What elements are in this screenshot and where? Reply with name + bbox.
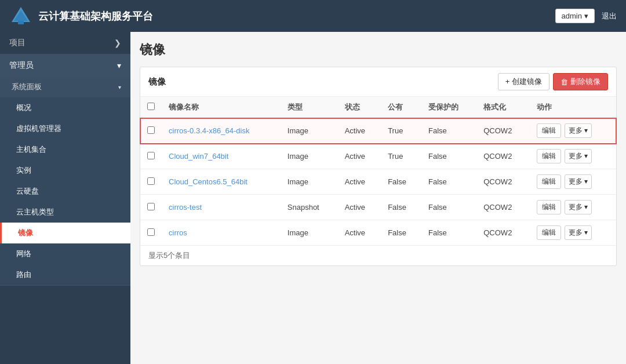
row-public: False <box>381 169 421 195</box>
row-format: QCOW2 <box>476 220 530 246</box>
row-status: Active <box>338 144 381 169</box>
sidebar-item-network[interactable]: 网络 <box>0 243 130 264</box>
row-protected: False <box>421 118 476 144</box>
row-checkbox <box>140 195 162 220</box>
table-row: cirros-0.3.4-x86_64-disk Image Active Tr… <box>140 118 616 144</box>
admin-dropdown-icon: ▾ <box>584 12 588 20</box>
header-checkbox-col <box>140 97 162 118</box>
sidebar-project-label: 项目 <box>9 38 26 48</box>
sidebar-admin-section: 管理员 ▾ 系统面板 ▾ 概况 虚拟机管理器 主机集合 实例 <box>0 54 130 286</box>
select-all-checkbox[interactable] <box>147 103 155 110</box>
edit-button[interactable]: 编辑 <box>537 200 561 214</box>
system-panel-label: 系统面板 <box>12 82 42 92</box>
edit-button[interactable]: 编辑 <box>537 149 561 163</box>
delete-label: 删除镜像 <box>570 77 600 87</box>
sidebar: 项目 ❯ 管理员 ▾ 系统面板 ▾ 概况 虚拟机管理器 <box>0 32 130 364</box>
chevron-down-icon: ▾ <box>117 61 121 70</box>
row-protected: False <box>421 195 476 220</box>
row-public: True <box>381 144 421 169</box>
more-button[interactable]: 更多 ▾ <box>565 123 592 138</box>
row-type: Image <box>281 118 338 144</box>
row-select-checkbox[interactable] <box>147 126 155 134</box>
row-actions: 编辑 更多 ▾ <box>530 118 616 144</box>
header-left: 云计算基础架构服务平台 <box>9 5 153 28</box>
delete-image-button[interactable]: 🗑 删除镜像 <box>553 73 608 90</box>
page-title: 镜像 <box>140 41 617 59</box>
trash-icon: 🗑 <box>561 78 568 86</box>
content-area: 镜像 镜像 + 创建镜像 🗑 删除镜像 <box>130 32 626 364</box>
row-status: Active <box>338 195 381 220</box>
svg-rect-2 <box>18 21 24 24</box>
image-name-link[interactable]: cirros <box>169 228 187 237</box>
row-select-checkbox[interactable] <box>147 177 155 185</box>
row-select-checkbox[interactable] <box>147 228 155 236</box>
row-protected: False <box>421 169 476 195</box>
row-type: Snapshot <box>281 195 338 220</box>
row-actions: 编辑 更多 ▾ <box>530 169 616 195</box>
panel-title: 镜像 <box>148 77 166 88</box>
more-button[interactable]: 更多 ▾ <box>565 200 592 214</box>
col-action: 动作 <box>530 97 616 118</box>
sidebar-sub-header-system[interactable]: 系统面板 ▾ <box>0 77 130 97</box>
sidebar-item-router[interactable]: 路由 <box>0 264 130 285</box>
sidebar-item-admin[interactable]: 管理员 ▾ <box>0 54 130 77</box>
footer-count: 显示5个条目 <box>148 251 190 260</box>
row-type: Image <box>281 144 338 169</box>
image-name-link[interactable]: cirros-0.3.4-x86_64-disk <box>169 126 249 135</box>
create-image-button[interactable]: + 创建镜像 <box>498 73 549 90</box>
image-name-link[interactable]: Cloud_win7_64bit <box>169 152 228 161</box>
col-format: 格式化 <box>476 97 530 118</box>
table-row: Cloud_win7_64bit Image Active True False… <box>140 144 616 169</box>
image-name-link[interactable]: Cloud_Centos6.5_64bit <box>169 177 248 186</box>
chevron-down-icon-system: ▾ <box>118 84 121 90</box>
header-right: admin ▾ 退出 <box>555 9 617 23</box>
row-protected: False <box>421 144 476 169</box>
sidebar-item-project[interactable]: 项目 ❯ <box>0 32 130 54</box>
row-select-checkbox[interactable] <box>147 152 155 159</box>
row-checkbox <box>140 220 162 246</box>
image-name-link[interactable]: cirros-test <box>169 203 202 212</box>
col-protected: 受保护的 <box>421 97 476 118</box>
logout-button[interactable]: 退出 <box>602 11 617 21</box>
sidebar-project-section: 项目 ❯ <box>0 32 130 54</box>
more-button[interactable]: 更多 ▾ <box>565 149 592 163</box>
sidebar-item-images[interactable]: 镜像 <box>0 223 130 243</box>
sidebar-sub-admin: 系统面板 ▾ 概况 虚拟机管理器 主机集合 实例 云硬盘 <box>0 77 130 285</box>
row-actions: 编辑 更多 ▾ <box>530 144 616 169</box>
admin-button[interactable]: admin ▾ <box>555 9 595 23</box>
table-row: cirros Image Active False False QCOW2 编辑… <box>140 220 616 246</box>
row-name: Cloud_win7_64bit <box>162 144 281 169</box>
sidebar-item-overview[interactable]: 概况 <box>0 97 130 118</box>
more-button[interactable]: 更多 ▾ <box>565 225 592 240</box>
row-actions: 编辑 更多 ▾ <box>530 220 616 246</box>
col-status: 状态 <box>338 97 381 118</box>
col-type: 类型 <box>281 97 338 118</box>
edit-button[interactable]: 编辑 <box>537 174 561 189</box>
table-footer: 显示5个条目 <box>140 245 616 265</box>
row-name: cirros-0.3.4-x86_64-disk <box>162 118 281 144</box>
row-type: Image <box>281 220 338 246</box>
header-title: 云计算基础架构服务平台 <box>38 9 153 23</box>
row-status: Active <box>338 220 381 246</box>
sidebar-item-flavors[interactable]: 云主机类型 <box>0 202 130 223</box>
table-header-row: 镜像名称 类型 状态 公有 受保护的 格式化 动作 <box>140 97 616 118</box>
sidebar-item-instances[interactable]: 实例 <box>0 160 130 181</box>
edit-button[interactable]: 编辑 <box>537 225 561 240</box>
row-select-checkbox[interactable] <box>147 203 155 210</box>
header: 云计算基础架构服务平台 admin ▾ 退出 <box>0 0 626 32</box>
more-button[interactable]: 更多 ▾ <box>565 174 592 189</box>
row-public: True <box>381 118 421 144</box>
row-format: QCOW2 <box>476 144 530 169</box>
chevron-right-icon: ❯ <box>114 38 121 48</box>
row-checkbox <box>140 118 162 144</box>
sidebar-item-hypervisors[interactable]: 虚拟机管理器 <box>0 118 130 139</box>
row-public: False <box>381 220 421 246</box>
row-name: cirros <box>162 220 281 246</box>
sidebar-item-volumes[interactable]: 云硬盘 <box>0 181 130 202</box>
row-public: False <box>381 195 421 220</box>
row-checkbox <box>140 169 162 195</box>
images-table: 镜像名称 类型 状态 公有 受保护的 格式化 动作 cirros-0.3.4-x… <box>140 97 616 245</box>
edit-button[interactable]: 编辑 <box>537 123 561 138</box>
sidebar-item-host-aggregates[interactable]: 主机集合 <box>0 139 130 160</box>
col-public: 公有 <box>381 97 421 118</box>
